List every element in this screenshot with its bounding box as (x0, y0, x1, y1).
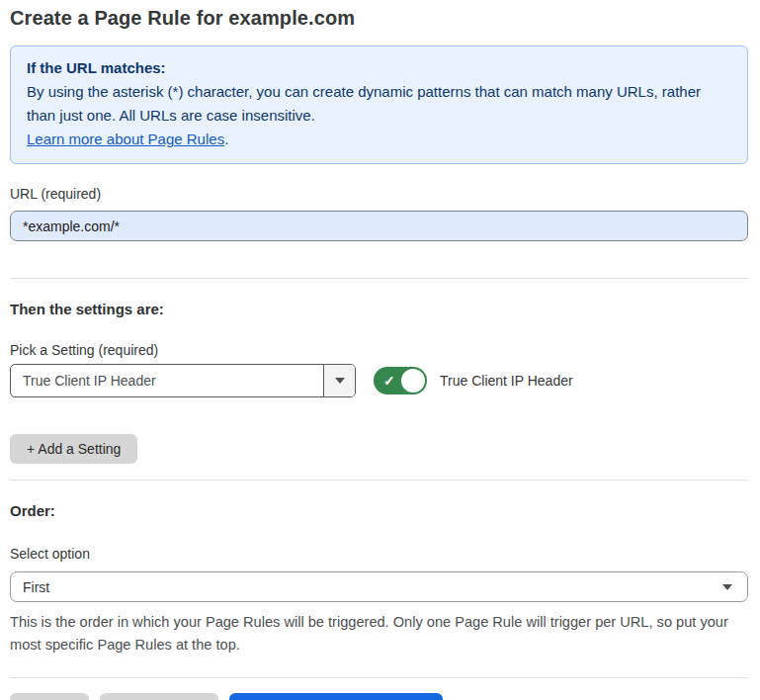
learn-more-link[interactable]: Learn more about Page Rules (27, 131, 224, 147)
order-select-label: Select option (10, 546, 748, 562)
toggle-knob (401, 369, 425, 393)
url-input[interactable] (10, 211, 748, 241)
setting-row: True Client IP Header ✓ True Client IP H… (10, 364, 748, 397)
cancel-button[interactable]: Cancel (10, 693, 89, 700)
order-help-text: This is the order in which your Page Rul… (10, 611, 748, 656)
toggle-label: True Client IP Header (440, 373, 573, 389)
setting-select-arrow-button[interactable] (323, 365, 355, 396)
save-as-draft-button[interactable]: Save as Draft (100, 693, 219, 700)
save-and-deploy-button[interactable]: Save and Deploy Page Rule (229, 693, 443, 700)
divider (10, 480, 748, 481)
chevron-down-icon (722, 584, 732, 590)
order-select-value: First (23, 579, 49, 595)
info-banner-link-row: Learn more about Page Rules. (27, 128, 731, 151)
info-banner-heading: If the URL matches: (27, 56, 731, 80)
info-banner-body: By using the asterisk (*) character, you… (27, 80, 731, 128)
check-icon: ✓ (383, 373, 395, 389)
divider (10, 278, 748, 279)
divider (10, 677, 748, 678)
chevron-down-icon (335, 378, 345, 384)
info-banner: If the URL matches: By using the asteris… (10, 45, 748, 164)
page-title: Create a Page Rule for example.com (10, 7, 748, 30)
true-client-ip-toggle[interactable]: ✓ (374, 367, 427, 394)
add-setting-button[interactable]: + Add a Setting (10, 434, 137, 464)
actions-row: Cancel Save as Draft Save and Deploy Pag… (10, 693, 748, 700)
link-suffix: . (224, 131, 228, 147)
order-select[interactable]: First (10, 571, 748, 602)
order-section-heading: Order: (10, 502, 748, 519)
setting-select-value: True Client IP Header (11, 365, 323, 396)
url-field-label: URL (required) (10, 186, 748, 202)
settings-section-heading: Then the settings are: (10, 301, 748, 317)
setting-select[interactable]: True Client IP Header (10, 364, 356, 397)
setting-picker-label: Pick a Setting (required) (10, 342, 748, 358)
